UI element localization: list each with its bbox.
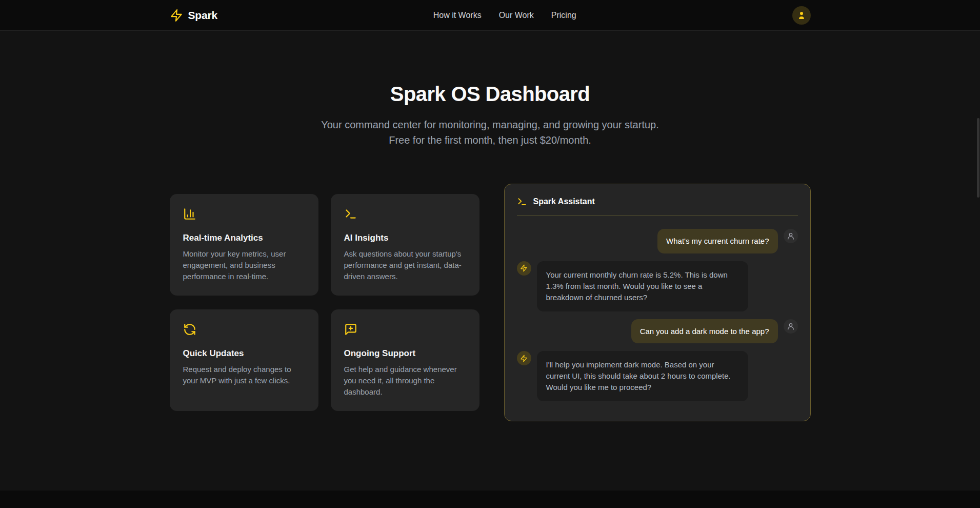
user-message-bubble: Can you add a dark mode to the app? (631, 319, 778, 344)
assistant-message-bubble: I'll help you implement dark mode. Based… (537, 351, 748, 401)
features-grid: Real-time Analytics Monitor your key met… (170, 194, 479, 411)
chat-messages: What's my current churn rate? Your curre… (517, 229, 798, 401)
terminal-icon (517, 197, 527, 207)
user-round-icon (787, 322, 795, 330)
chat-title: Spark Assistant (533, 197, 595, 206)
nav-link-pricing[interactable]: Pricing (551, 11, 576, 20)
main-section: Real-time Analytics Monitor your key met… (170, 184, 811, 421)
nav-links: How it Works Our Work Pricing (433, 11, 576, 20)
chat-header-divider (517, 215, 798, 216)
nav-link-how-it-works[interactable]: How it Works (433, 11, 482, 20)
user-round-icon (787, 232, 795, 240)
feature-card-ongoing-support: Ongoing Support Get help and guidance wh… (331, 309, 479, 411)
footer-strip (0, 491, 980, 508)
chat-message-user: What's my current churn rate? (517, 229, 798, 253)
feature-description: Request and deploy changes to your MVP w… (183, 364, 305, 386)
navbar: Spark How it Works Our Work Pricing (0, 0, 980, 31)
refresh-icon (183, 323, 196, 336)
feature-card-quick-updates: Quick Updates Request and deploy changes… (170, 309, 318, 411)
chat-message-assistant: I'll help you implement dark mode. Based… (517, 351, 798, 401)
zap-icon (520, 355, 528, 362)
nav-link-our-work[interactable]: Our Work (499, 11, 534, 20)
chat-message-user: Can you add a dark mode to the app? (517, 319, 798, 344)
assistant-avatar (517, 351, 531, 365)
feature-card-realtime-analytics: Real-time Analytics Monitor your key met… (170, 194, 318, 296)
account-avatar-button[interactable] (792, 6, 811, 25)
zap-icon (520, 264, 528, 272)
spark-assistant-panel: Spark Assistant What's my current churn … (504, 184, 811, 421)
assistant-message-bubble: Your current monthly churn rate is 5.2%.… (537, 261, 748, 311)
assistant-avatar (517, 261, 531, 276)
feature-description: Get help and guidance whenever you need … (344, 364, 466, 398)
feature-title: Real-time Analytics (183, 233, 305, 243)
chat-header: Spark Assistant (517, 197, 798, 207)
feature-title: Ongoing Support (344, 348, 466, 359)
feature-description: Monitor your key metrics, user engagemen… (183, 248, 305, 282)
user-message-bubble: What's my current churn rate? (657, 229, 777, 253)
brand-name: Spark (188, 9, 217, 22)
feature-title: Quick Updates (183, 348, 305, 359)
user-avatar (784, 229, 798, 243)
zap-icon (170, 9, 183, 22)
brand-logo[interactable]: Spark (170, 9, 217, 22)
scrollbar-thumb[interactable] (977, 118, 979, 198)
chat-message-assistant: Your current monthly churn rate is 5.2%.… (517, 261, 798, 311)
terminal-icon (344, 207, 357, 221)
hero-subtitle: Your command center for monitoring, mana… (313, 117, 667, 148)
user-icon (796, 10, 807, 21)
message-square-plus-icon (344, 323, 357, 336)
chart-column-icon (183, 207, 196, 221)
feature-card-ai-insights: AI Insights Ask questions about your sta… (331, 194, 479, 296)
feature-title: AI Insights (344, 233, 466, 243)
feature-description: Ask questions about your startup's perfo… (344, 248, 466, 282)
user-avatar (784, 319, 798, 334)
hero-section: Spark OS Dashboard Your command center f… (170, 82, 811, 148)
page-title: Spark OS Dashboard (170, 82, 811, 106)
